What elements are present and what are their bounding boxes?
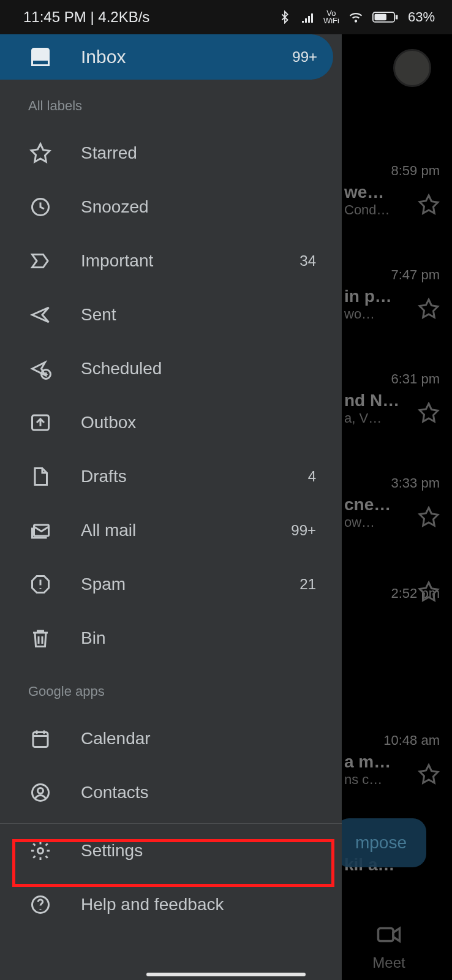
- navigation-drawer: Inbox 99+ All labels Starred Snoozed Imp…: [0, 34, 342, 980]
- star-icon[interactable]: [418, 581, 440, 605]
- sent-icon: [29, 304, 51, 326]
- mail-item[interactable]: 10:48 am a m… ns c…: [344, 733, 440, 788]
- inbox-icon: [29, 46, 51, 68]
- svg-point-13: [38, 848, 43, 854]
- bluetooth-icon: [278, 10, 292, 24]
- trash-icon: [29, 627, 51, 649]
- battery-percent: 63%: [408, 9, 435, 25]
- mail-item[interactable]: 8:59 pm we… Cond…: [344, 163, 440, 218]
- star-icon[interactable]: [418, 763, 440, 788]
- mail-time: 8:59 pm: [344, 163, 440, 179]
- drawer-item-count: 34: [299, 252, 316, 270]
- mail-item[interactable]: 2:52 pm: [344, 586, 440, 605]
- svg-point-12: [38, 788, 43, 794]
- mail-snippet: ns c…: [344, 772, 382, 788]
- important-icon: [29, 250, 51, 272]
- drawer-item-label: Starred: [81, 143, 316, 163]
- mail-snippet: a, V…: [344, 410, 382, 426]
- avatar[interactable]: [393, 49, 431, 87]
- drawer-item-sent[interactable]: Sent: [0, 288, 342, 342]
- gear-icon: [29, 840, 51, 862]
- calendar-icon: [29, 728, 51, 750]
- drawer-item-label: Snoozed: [81, 197, 316, 217]
- status-net-speed: 4.2KB/s: [98, 9, 149, 25]
- all-mail-icon: [29, 519, 51, 541]
- status-time: 11:45 PM: [23, 9, 86, 25]
- mail-snippet: Cond…: [344, 202, 390, 218]
- meet-label: Meet: [344, 954, 434, 971]
- section-google-apps: Google apps: [0, 665, 342, 712]
- meet-icon: [344, 922, 434, 953]
- mail-item[interactable]: 6:31 pm nd N… a, V…: [344, 371, 440, 426]
- drawer-item-label: Scheduled: [81, 359, 316, 379]
- svg-rect-10: [33, 733, 48, 747]
- drawer-item-label: Calendar: [81, 729, 316, 748]
- vowifi-indicator: Vo WiFi: [323, 10, 339, 24]
- gesture-bar: [146, 973, 306, 976]
- drawer-item-contacts[interactable]: Contacts: [0, 766, 342, 820]
- drawer-item-count: 21: [299, 576, 316, 593]
- mail-snippet: ow…: [344, 514, 375, 530]
- star-icon: [29, 142, 51, 164]
- drawer-item-drafts[interactable]: Drafts 4: [0, 450, 342, 503]
- mail-item[interactable]: 7:47 pm in p… wo…: [344, 267, 440, 322]
- mail-time: 6:31 pm: [344, 371, 440, 387]
- bottom-nav-meet[interactable]: Meet: [344, 922, 434, 971]
- svg-rect-2: [396, 15, 398, 19]
- drawer-item-important[interactable]: Important 34: [0, 234, 342, 288]
- drawer-item-scheduled[interactable]: Scheduled: [0, 342, 342, 396]
- cellular-signal-icon: [300, 10, 315, 24]
- outbox-icon: [29, 412, 51, 434]
- mail-time: 7:47 pm: [344, 267, 440, 283]
- drawer-item-label: Bin: [81, 628, 316, 648]
- drawer-item-snoozed[interactable]: Snoozed: [0, 180, 342, 234]
- svg-rect-1: [374, 14, 386, 21]
- drawer-item-label: Drafts: [81, 467, 308, 486]
- drawer-item-label: Settings: [81, 841, 316, 861]
- help-icon: [29, 894, 51, 916]
- clock-icon: [29, 196, 51, 218]
- status-right: Vo WiFi 63%: [278, 9, 435, 25]
- status-left: 11:45 PM | 4.2KB/s: [23, 9, 149, 26]
- section-all-labels: All labels: [0, 80, 342, 126]
- mail-item[interactable]: 3:33 pm cne… ow…: [344, 475, 440, 530]
- drawer-item-label: Help and feedback: [81, 895, 316, 914]
- star-icon[interactable]: [418, 298, 440, 322]
- drawer-item-calendar[interactable]: Calendar: [0, 712, 342, 766]
- drawer-item-count: 99+: [291, 522, 316, 539]
- drawer-item-label: Inbox: [81, 47, 292, 67]
- drawer-item-help[interactable]: Help and feedback: [0, 878, 342, 932]
- scheduled-icon: [29, 358, 51, 380]
- file-icon: [29, 466, 51, 488]
- drawer-item-spam[interactable]: Spam 21: [0, 557, 342, 611]
- drawer-item-count: 4: [308, 468, 316, 485]
- drawer-item-label: All mail: [81, 521, 291, 540]
- drawer-item-outbox[interactable]: Outbox: [0, 396, 342, 450]
- mail-time: 3:33 pm: [344, 475, 440, 491]
- star-icon[interactable]: [418, 194, 440, 218]
- compose-button[interactable]: mpose: [336, 818, 426, 867]
- drawer-item-bin[interactable]: Bin: [0, 611, 342, 665]
- drawer-item-label: Sent: [81, 305, 316, 325]
- drawer-item-label: Spam: [81, 575, 299, 594]
- mail-snippet: wo…: [344, 306, 375, 322]
- drawer-item-label: Outbox: [81, 413, 316, 432]
- svg-rect-3: [379, 929, 394, 941]
- contacts-icon: [29, 782, 51, 804]
- spam-icon: [29, 573, 51, 595]
- drawer-item-inbox[interactable]: Inbox 99+: [0, 34, 333, 80]
- star-icon[interactable]: [418, 506, 440, 530]
- drawer-item-label: Contacts: [81, 783, 316, 802]
- drawer-item-label: Important: [81, 251, 299, 271]
- battery-icon: [372, 10, 399, 24]
- star-icon[interactable]: [418, 402, 440, 426]
- drawer-item-settings[interactable]: Settings: [0, 824, 342, 878]
- drawer-item-all-mail[interactable]: All mail 99+: [0, 503, 342, 557]
- drawer-item-starred[interactable]: Starred: [0, 126, 342, 180]
- wifi-icon: [348, 9, 364, 25]
- status-bar: 11:45 PM | 4.2KB/s Vo WiFi 63%: [0, 0, 452, 34]
- drawer-item-count: 99+: [292, 48, 317, 66]
- mail-time: 10:48 am: [344, 733, 440, 748]
- svg-rect-5: [32, 60, 49, 66]
